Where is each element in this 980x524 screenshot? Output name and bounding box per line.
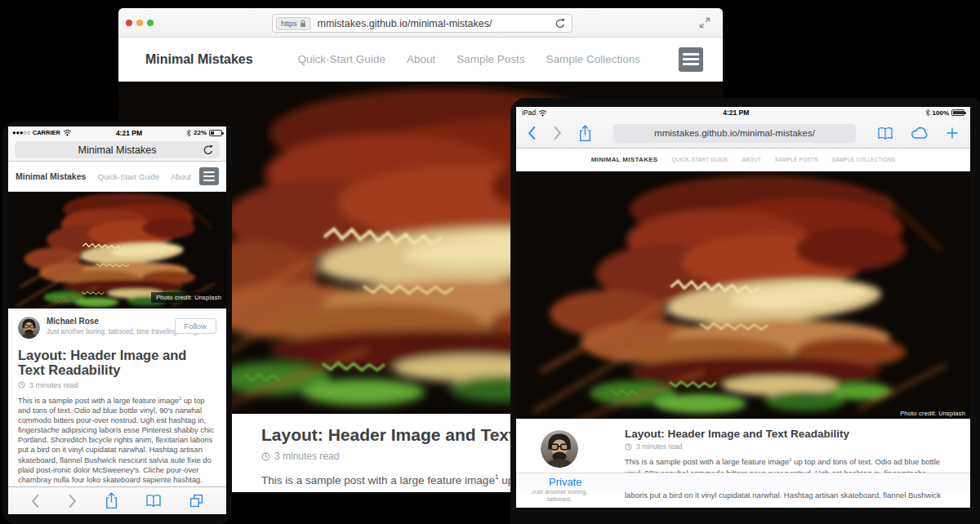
url-text: mmistakes.github.io/minimal-mistakes/ [654, 128, 815, 138]
site-nav: Quick-Start Guide About [98, 172, 191, 181]
nav-quick-start-guide[interactable]: QUICK-START GUIDE [672, 157, 728, 162]
site-logo[interactable]: Minimal Mistakes [145, 52, 253, 67]
read-time: 3 minutes read [29, 381, 78, 389]
address-field[interactable]: mmistakes.github.io/minimal-mistakes/ [613, 124, 856, 143]
fullscreen-icon[interactable] [698, 16, 711, 29]
nav-sample-posts[interactable]: SAMPLE POSTS [775, 157, 818, 162]
post-meta: 3 minutes read [18, 381, 216, 389]
site-masthead: Minimal Mistakes Quick-Start Guide About [8, 162, 226, 192]
lock-icon [300, 20, 306, 28]
post-content: Michael Rose Just another boring, tattoo… [516, 419, 970, 491]
desktop-browser-toolbar: https mmistakes.github.io/minimal-mistak… [118, 8, 723, 38]
page-title: Minimal Mistakes [78, 144, 157, 156]
status-time: 4:21 PM [547, 109, 925, 117]
header-image: Photo credit: Unsplash [516, 171, 970, 419]
nav-sample-collections[interactable]: SAMPLE COLLECTIONS [832, 157, 896, 162]
site-logo[interactable]: Minimal Mistakes [16, 171, 86, 181]
battery-icon [209, 130, 222, 136]
author-avatar [541, 430, 578, 468]
photo-credit: Photo credit: Unsplash [895, 408, 970, 419]
wifi-icon [63, 129, 72, 136]
clock-icon [625, 443, 632, 451]
nav-sample-posts[interactable]: Sample Posts [457, 53, 524, 65]
site-masthead: Minimal Mistakes Quick-Start Guide About… [118, 38, 723, 82]
hamburger-menu-button[interactable] [199, 167, 219, 185]
safari-bottom-toolbar [8, 486, 226, 514]
tabs-icon[interactable] [189, 494, 203, 508]
address-field[interactable]: Minimal Mistakes [15, 141, 220, 158]
site-nav: Quick-Start Guide About Sample Posts Sam… [298, 53, 640, 65]
site-masthead: MINIMAL MISTAKES QUICK-START GUIDE ABOUT… [516, 149, 970, 171]
zoom-window-button[interactable] [147, 20, 154, 26]
forward-icon[interactable] [68, 494, 77, 508]
author-block: Michael Rose Just another boring, tattoo… [524, 430, 595, 503]
ipad-status-bar: iPad 4:21 PM 100% [516, 107, 970, 118]
clock-icon [18, 381, 25, 389]
leaves-photo [516, 171, 970, 419]
post-title: Layout: Header Image and Text Readabilit… [18, 348, 216, 378]
iphone-device: ●●●○○ CARRIER 4:21 PM 22% Minimal Mistak… [2, 122, 232, 524]
new-tab-icon[interactable] [946, 127, 959, 140]
leaves-photo [8, 192, 226, 309]
reload-icon[interactable] [555, 18, 566, 29]
back-icon[interactable] [31, 494, 40, 508]
reload-icon[interactable] [203, 144, 214, 156]
nav-quick-start-guide[interactable]: Quick-Start Guide [98, 172, 160, 181]
post-paragraph: This is a sample post with a large featu… [18, 396, 216, 484]
url-text: mmistakes.github.io/minimal-mistakes/ [318, 18, 492, 29]
post-meta: 3 minutes read [625, 442, 960, 451]
nav-sample-collections[interactable]: Sample Collections [546, 53, 640, 65]
private-label[interactable]: Private [549, 473, 581, 491]
nav-quick-start-guide[interactable]: Quick-Start Guide [298, 53, 385, 65]
close-window-button[interactable] [126, 20, 132, 26]
status-time: 4:21 PM [72, 129, 186, 137]
clock-icon [261, 452, 270, 461]
iphone-url-bar: Minimal Mistakes [8, 139, 226, 162]
https-label: https [281, 20, 297, 28]
minimize-window-button[interactable] [136, 20, 143, 26]
carrier-signal-label: ●●●○○ CARRIER [12, 129, 60, 136]
share-icon[interactable] [105, 492, 118, 509]
device-label: iPad [522, 109, 536, 117]
ipad-device: iPad 4:21 PM 100% mmistakes.github.io/mi… [510, 98, 980, 524]
iphone-screen: ●●●○○ CARRIER 4:21 PM 22% Minimal Mistak… [8, 127, 226, 514]
ipad-screen: iPad 4:21 PM 100% mmistakes.github.io/mi… [516, 107, 970, 508]
nav-about[interactable]: About [171, 172, 191, 181]
mockup-canvas: https mmistakes.github.io/minimal-mistak… [0, 0, 980, 524]
follow-button[interactable]: Follow [175, 318, 216, 334]
safari-toolbar: mmistakes.github.io/minimal-mistakes/ [516, 118, 970, 149]
private-browsing-bar: Private [516, 473, 970, 491]
battery-icon [951, 109, 964, 116]
post-title: Layout: Header Image and Text Readabilit… [625, 428, 960, 440]
bluetooth-icon [186, 129, 191, 137]
nav-about[interactable]: About [407, 53, 435, 65]
wifi-icon [538, 109, 547, 117]
share-icon[interactable] [578, 125, 592, 142]
nav-about[interactable]: ABOUT [742, 157, 761, 162]
battery-percent: 22% [194, 129, 207, 136]
site-logo[interactable]: MINIMAL MISTAKES [591, 156, 658, 163]
battery-percent: 100% [933, 109, 949, 117]
read-time: 3 minutes read [274, 451, 339, 462]
header-image: Photo credit: Unsplash [8, 192, 226, 309]
bookmarks-icon[interactable] [877, 127, 893, 140]
bluetooth-icon [925, 109, 930, 117]
hamburger-menu-button[interactable] [679, 47, 703, 72]
cloud-icon[interactable] [910, 127, 929, 140]
post-content: Michael Rose Just another boring, tattoo… [8, 309, 226, 497]
iphone-status-bar: ●●●○○ CARRIER 4:21 PM 22% [8, 127, 226, 139]
bookmarks-icon[interactable] [145, 494, 162, 508]
photo-credit: Photo credit: Unsplash [151, 292, 226, 303]
forward-icon[interactable] [553, 126, 562, 140]
address-bar[interactable]: https mmistakes.github.io/minimal-mistak… [272, 14, 572, 33]
back-icon[interactable] [528, 126, 537, 140]
author-avatar [18, 317, 40, 339]
https-badge: https [276, 17, 311, 30]
read-time: 3 minutes read [636, 442, 682, 451]
